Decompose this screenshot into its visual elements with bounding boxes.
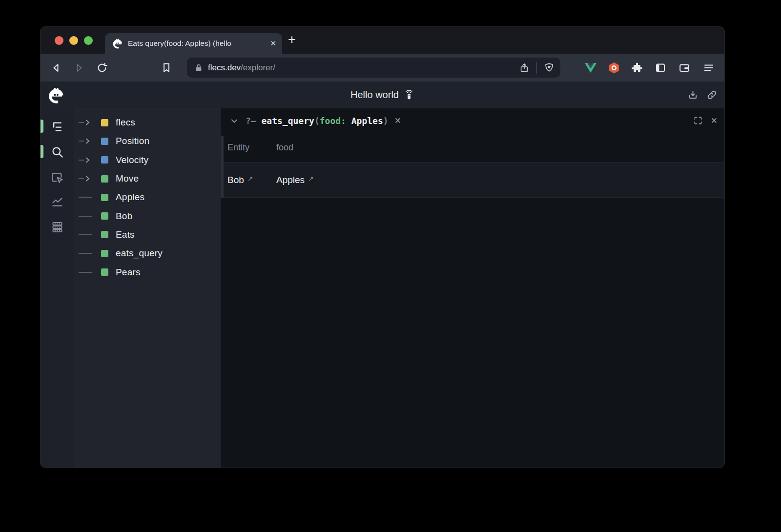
expand-arrow-icon[interactable]	[79, 137, 101, 145]
query-expression[interactable]: ?– eats_query(food: Apples)	[246, 116, 389, 126]
remote-connection-icon[interactable]	[404, 89, 414, 101]
share-icon[interactable]	[519, 62, 530, 73]
query-results-table: Entity food Bob ↗ Apples ↗	[221, 133, 724, 198]
tree-item-bob[interactable]: Bob	[74, 206, 221, 225]
menu-hamburger-icon[interactable]	[703, 62, 715, 74]
extensions-puzzle-icon[interactable]	[631, 62, 643, 74]
vue-devtools-extension-icon[interactable]	[584, 62, 597, 74]
component-color-swatch	[101, 119, 108, 126]
tree-item-label: Bob	[116, 211, 132, 222]
tree-item-label: Move	[116, 173, 139, 184]
component-color-swatch	[101, 138, 108, 145]
hexagon-extension-icon[interactable]	[608, 61, 620, 74]
entity-cell-value[interactable]: Bob	[227, 175, 244, 185]
component-color-swatch	[101, 250, 108, 257]
query-search-tab[interactable]	[41, 143, 74, 160]
tree-item-label: Velocity	[116, 155, 148, 165]
close-window-button[interactable]	[55, 36, 63, 45]
external-link-icon[interactable]: ↗	[308, 175, 314, 183]
stats-tab[interactable]	[41, 193, 74, 209]
component-color-swatch	[101, 194, 108, 201]
component-color-swatch	[101, 156, 108, 164]
inspector-tab[interactable]	[41, 169, 74, 186]
flecs-explorer-page: Hello world	[41, 82, 724, 468]
tree-connector	[79, 253, 101, 254]
tree-item-flecs[interactable]: flecs	[74, 113, 221, 132]
expand-arrow-icon[interactable]	[79, 119, 101, 126]
page-title: Hello world	[350, 89, 399, 101]
reload-button[interactable]	[96, 62, 108, 74]
tree-item-pears[interactable]: Pears	[74, 263, 221, 281]
collapse-chevron-icon[interactable]	[230, 117, 239, 125]
traffic-lights	[55, 36, 93, 45]
expand-arrow-icon[interactable]	[79, 156, 101, 164]
wallet-icon[interactable]	[678, 62, 690, 74]
tree-item-eats-query[interactable]: eats_query	[74, 244, 221, 263]
tree-item-label: Apples	[116, 192, 144, 203]
tree-item-velocity[interactable]: Velocity	[74, 151, 221, 169]
column-header-food[interactable]: food	[276, 143, 724, 153]
brave-shield-icon[interactable]	[544, 62, 555, 73]
flecs-logo-icon[interactable]	[47, 86, 65, 104]
address-bar[interactable]: flecs.dev/explorer/	[187, 58, 560, 78]
tree-connector	[79, 234, 101, 235]
component-color-swatch	[101, 212, 108, 220]
column-header-entity[interactable]: Entity	[227, 143, 276, 153]
minimize-window-button[interactable]	[69, 36, 78, 45]
tree-item-label: Pears	[116, 267, 141, 278]
scrollbar-thumb[interactable]	[221, 136, 224, 198]
tree-item-label: eats_query	[116, 248, 163, 259]
sidebar-toggle-icon[interactable]	[655, 62, 666, 74]
tree-connector	[79, 272, 101, 273]
tree-item-eats[interactable]: Eats	[74, 225, 221, 244]
browser-window: Eats query(food: Apples) (hello ✕ +	[41, 27, 724, 468]
browser-toolbar: flecs.dev/explorer/	[41, 54, 724, 82]
toolbar-separator	[536, 62, 537, 74]
component-color-swatch	[101, 175, 108, 183]
download-icon[interactable]	[687, 89, 699, 101]
browser-tab[interactable]: Eats query(food: Apples) (hello ✕	[105, 33, 282, 54]
external-link-icon[interactable]: ↗	[247, 175, 253, 183]
query-header: ?– eats_query(food: Apples) ✕ ✕	[221, 108, 724, 133]
tree-connector	[79, 197, 101, 198]
tab-bar: Eats query(food: Apples) (hello ✕ +	[41, 27, 724, 54]
tree-item-label: flecs	[116, 117, 135, 128]
tab-close-icon[interactable]: ✕	[270, 39, 276, 48]
fullscreen-icon[interactable]	[693, 116, 703, 125]
component-color-swatch	[101, 268, 108, 276]
tree-item-apples[interactable]: Apples	[74, 188, 221, 206]
query-panel: ?– eats_query(food: Apples) ✕ ✕ Entity	[221, 108, 724, 468]
bookmark-icon[interactable]	[161, 62, 172, 74]
lock-icon	[194, 63, 204, 73]
tree-item-move[interactable]: Move	[74, 169, 221, 188]
zoom-window-button[interactable]	[84, 36, 93, 45]
url-text: flecs.dev/explorer/	[208, 63, 275, 73]
console-tab[interactable]	[41, 219, 74, 235]
page-header: Hello world	[41, 82, 724, 108]
table-header-row: Entity food	[221, 133, 724, 163]
component-color-swatch	[101, 231, 108, 238]
food-cell-value[interactable]: Apples	[276, 175, 305, 185]
entity-tree-tab[interactable]	[41, 118, 74, 135]
new-tab-button[interactable]: +	[285, 33, 299, 47]
link-icon[interactable]	[706, 89, 718, 101]
tree-item-position[interactable]: Position	[74, 132, 221, 150]
tree-connector	[79, 216, 101, 217]
forward-button[interactable]	[73, 62, 85, 74]
query-clear-icon[interactable]: ✕	[394, 116, 401, 126]
tree-item-label: Eats	[116, 229, 135, 240]
tree-item-label: Position	[116, 136, 149, 146]
expand-arrow-icon[interactable]	[79, 175, 101, 183]
entity-tree-panel: flecs Position Velocity Move	[74, 108, 221, 468]
table-row[interactable]: Bob ↗ Apples ↗	[221, 163, 724, 198]
tab-title: Eats query(food: Apples) (hello	[128, 39, 267, 48]
query-panel-close-icon[interactable]: ✕	[711, 116, 718, 126]
flecs-favicon-icon	[112, 38, 123, 49]
back-button[interactable]	[50, 62, 62, 74]
icon-rail	[41, 108, 74, 468]
